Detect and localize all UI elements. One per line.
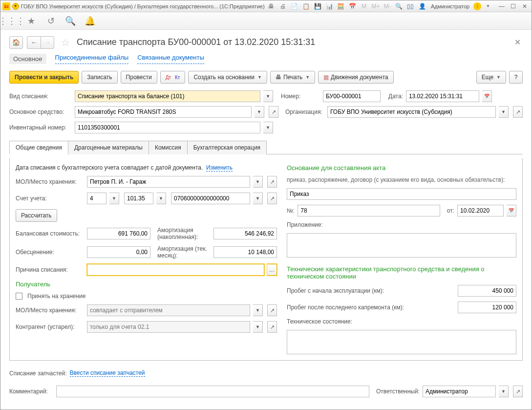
ctr-dropdown[interactable]: ▼ [253, 321, 263, 333]
date-note: Дата списания с бухгалтерского учета сов… [16, 164, 203, 171]
change-link[interactable]: Изменить [206, 164, 233, 172]
m-plus-icon[interactable]: M+ [371, 2, 381, 11]
maximize-icon[interactable]: ☐ [509, 2, 518, 11]
cond-textarea[interactable] [287, 330, 516, 354]
info-icon[interactable]: i [473, 2, 481, 10]
org-open-icon[interactable]: ↗ [513, 106, 523, 118]
bal-input[interactable] [87, 228, 150, 239]
nav-files[interactable]: Присоединенные файлы [55, 54, 129, 64]
tab-accounting[interactable]: Бухгалтерская операция [187, 141, 267, 154]
forward-button[interactable]: → [41, 36, 54, 49]
post-button[interactable]: Провести [121, 71, 157, 84]
resp-open-icon[interactable]: ↗ [513, 386, 523, 397]
history-icon[interactable]: ↺ [45, 16, 56, 26]
m-icon[interactable]: M [359, 2, 369, 11]
back-button[interactable]: ← [27, 36, 41, 49]
print2-icon[interactable]: 🖨 [278, 2, 288, 11]
reason-input[interactable] [87, 264, 264, 276]
mol-input[interactable] [87, 176, 250, 188]
acc3-dropdown[interactable]: ▼ [253, 193, 263, 204]
tab-general[interactable]: Общие сведения [9, 141, 68, 154]
basis-num-input[interactable] [298, 205, 440, 216]
close-window-icon[interactable]: ✕ [520, 2, 530, 11]
acc1-dropdown[interactable]: ▼ [109, 193, 119, 204]
org-dropdown[interactable]: ▼ [499, 106, 509, 118]
help-button[interactable]: ? [509, 71, 523, 84]
reason-dots-button[interactable]: … [267, 264, 277, 276]
mil1-input[interactable] [458, 285, 516, 297]
mol2-dropdown[interactable]: ▼ [253, 304, 263, 316]
more-button[interactable]: Еще▼ [476, 71, 506, 84]
mil2-label: Пробег после последнего капремонта (км): [287, 304, 455, 311]
asset-input[interactable] [75, 106, 252, 118]
movements-button[interactable]: ▦Движения документа [318, 71, 394, 84]
keep-checkbox[interactable] [16, 293, 22, 300]
home-button[interactable]: 🏠 [9, 36, 23, 49]
m-minus-icon[interactable]: M- [383, 2, 392, 11]
parts-link[interactable]: Ввести списание запчастей [70, 369, 145, 377]
org-input[interactable] [327, 106, 496, 118]
print-button[interactable]: 🖶Печать▼ [270, 71, 315, 84]
dep-cur-input[interactable] [213, 246, 277, 258]
calendar-icon[interactable]: 📅 [348, 2, 358, 11]
mil1-label: Пробег с начала эксплуатации (км): [287, 287, 455, 294]
save-icon[interactable]: 💾 [313, 2, 323, 11]
inv-input[interactable] [75, 122, 260, 133]
basis-from-input[interactable] [457, 205, 504, 216]
inv-dropdown[interactable]: ▼ [263, 122, 273, 133]
bell-icon[interactable]: 🔔 [85, 16, 95, 26]
mol2-open-icon[interactable]: ↗ [267, 304, 277, 316]
basis-doc-input[interactable] [287, 188, 516, 200]
tab-precious[interactable]: Драгоценные материалы [68, 141, 149, 154]
calc-icon[interactable]: 🧮 [336, 2, 346, 11]
minimize-icon[interactable]: — [497, 2, 507, 11]
clipboard-icon[interactable]: 📋 [301, 2, 311, 11]
type-dropdown[interactable]: ▼ [263, 90, 273, 102]
nav-related[interactable]: Связанные документы [137, 54, 204, 64]
mol-open-icon[interactable]: ↗ [267, 176, 277, 188]
mol-dropdown[interactable]: ▼ [253, 176, 263, 188]
asset-open-icon[interactable]: ↗ [269, 106, 278, 118]
nav-main[interactable]: Основное [9, 54, 46, 64]
panels-icon[interactable]: ▯▯ [405, 2, 415, 11]
att-textarea[interactable] [287, 233, 516, 258]
doc-icon[interactable]: 📄 [290, 2, 299, 11]
acc1-input[interactable] [87, 193, 106, 204]
search-icon[interactable]: 🔍 [65, 16, 76, 26]
post-close-button[interactable]: Провести и закрыть [9, 71, 79, 84]
type-input[interactable] [75, 90, 260, 102]
date-picker-icon[interactable]: 📅 [482, 90, 492, 102]
mil2-input[interactable] [458, 302, 516, 313]
num-input[interactable] [323, 90, 381, 102]
app-menu-dropdown[interactable]: ▼ [12, 3, 19, 10]
zoom-icon[interactable]: 🔍 [394, 2, 404, 11]
apps-icon[interactable]: ⋮⋮⋮ [6, 16, 17, 26]
basis-date-picker-icon[interactable]: 📅 [507, 205, 516, 216]
dep-acc-input[interactable] [213, 228, 277, 239]
dep-cur-label: Амортизация (тек. месяц): [157, 245, 211, 259]
favorite-icon[interactable]: ★ [26, 16, 37, 26]
save-button[interactable]: Записать [82, 71, 117, 84]
acc2-dropdown[interactable]: ▼ [156, 193, 166, 204]
info-dd-icon[interactable]: ▼ [483, 2, 493, 11]
comment-input[interactable] [56, 386, 369, 397]
ctr-input[interactable] [87, 321, 250, 333]
excel-icon[interactable]: 📊 [324, 2, 334, 11]
close-tab-icon[interactable]: ✕ [512, 36, 523, 49]
create-based-button[interactable]: Создать на основании▼ [188, 71, 267, 84]
calc-button[interactable]: Рассчитать [16, 209, 57, 222]
acc2-input[interactable] [124, 193, 153, 204]
date-input[interactable] [406, 90, 479, 102]
resp-input[interactable] [423, 386, 496, 397]
asset-dropdown[interactable]: ▼ [255, 106, 264, 118]
ctr-open-icon[interactable]: ↗ [267, 321, 277, 333]
tab-commission[interactable]: Комиссия [149, 141, 188, 154]
acc3-open-icon[interactable]: ↗ [267, 193, 277, 204]
resp-dropdown[interactable]: ▼ [499, 386, 509, 397]
star-icon[interactable]: ☆ [61, 37, 70, 48]
mol2-input[interactable] [87, 304, 250, 316]
acc3-input[interactable] [171, 193, 250, 204]
print-icon[interactable]: 🖶 [267, 2, 277, 11]
imp-input[interactable] [87, 246, 150, 258]
dtkt-button[interactable]: ДтКт [160, 71, 186, 84]
